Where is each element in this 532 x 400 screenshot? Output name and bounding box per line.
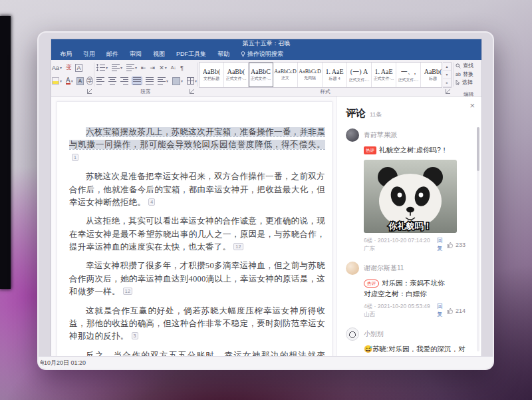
- doc-paragraph: 苏晓这次是准备把幸运女神召来，双方合作操作一番，之前双方合作后，他就准备今后的宝…: [69, 170, 325, 209]
- bullets-button[interactable]: ▾: [96, 64, 108, 71]
- comment-count-marker[interactable]: 12: [123, 288, 132, 295]
- font-color-button[interactable]: A▾: [65, 78, 74, 85]
- comment-count-marker[interactable]: 1: [72, 154, 78, 161]
- tab-help[interactable]: 帮助: [217, 50, 229, 59]
- comment-meta: 4楼 · 2021-10-20 05:53:49 山西 回复 214: [364, 303, 472, 319]
- comments-scrollbar[interactable]: [477, 127, 479, 351]
- statusbar-datetime: 10月20日 01:20: [44, 359, 86, 367]
- style-card[interactable]: AaBb(正式文件-...: [224, 63, 249, 87]
- status-bar: 年 10月20日 01:20: [39, 356, 493, 369]
- align-right-button[interactable]: [120, 77, 129, 85]
- style-card[interactable]: 1. AaE正式文件-...: [372, 63, 396, 87]
- tell-me-search[interactable]: 操作说明搜索: [241, 50, 283, 59]
- change-case-button[interactable]: Aa▾: [51, 65, 63, 71]
- align-left-icon: [96, 77, 104, 85]
- styles-dialog-launcher[interactable]: [446, 89, 450, 94]
- avatar[interactable]: [346, 128, 359, 142]
- document-page[interactable]: 六枚宝箱摆放茶几上，苏晓这次开宝箱，准备操作一番，并非是与凯撒一同操作，那可能会…: [57, 101, 332, 357]
- tab-view[interactable]: 视图: [153, 50, 165, 59]
- tab-layout[interactable]: 布局: [60, 50, 72, 59]
- increase-indent-button[interactable]: ⇥: [150, 65, 156, 71]
- line-spacing-button[interactable]: ▾: [157, 77, 169, 85]
- gallery-down-button[interactable]: ▼: [443, 71, 451, 79]
- gallery-up-button[interactable]: ▲: [443, 63, 451, 71]
- style-card[interactable]: AaBb(标题: [421, 63, 442, 87]
- character-shading-button[interactable]: A: [76, 77, 84, 85]
- editing-group: 查找 ab 替换 选择 编辑: [456, 60, 481, 98]
- style-card[interactable]: (一) A正式文件-...: [347, 63, 372, 87]
- chevron-down-icon: ▾: [60, 65, 62, 70]
- doc-paragraph: 这就是合作互赢的好处，倘若苏晓大幅度压榨幸运女神所得收益，那他的收益的确高，但这…: [69, 305, 325, 343]
- gallery-more-button[interactable]: ≡: [443, 79, 451, 87]
- like-button[interactable]: 214: [447, 307, 472, 314]
- paragraph-text-highlighted[interactable]: 六枚宝箱摆放茶几上，苏晓这次开宝箱，准备操作一番，并非是与凯撒一同操作，那可能会…: [69, 127, 325, 149]
- doc-paragraph: 六枚宝箱摆放茶几上，苏晓这次开宝箱，准备操作一番，并非是与凯撒一同操作，那可能会…: [69, 126, 325, 164]
- style-card[interactable]: AaBbCcD正文: [273, 63, 298, 87]
- align-center-button[interactable]: [108, 77, 117, 85]
- phonetic-guide-button[interactable]: 变: [65, 63, 72, 72]
- style-card[interactable]: 1. AaE标题 4: [323, 63, 347, 87]
- text-highlight-button[interactable]: ▾: [51, 77, 63, 85]
- paragraph-dialog-launcher[interactable]: [190, 89, 194, 94]
- style-card-selected[interactable]: AaBbC正式文件-...: [249, 63, 273, 87]
- thumb-up-icon: [447, 307, 454, 314]
- scrollbar-thumb[interactable]: [477, 127, 479, 171]
- window-titlebar: 第五十五章：召唤: [51, 39, 481, 48]
- tab-references[interactable]: 引用: [83, 50, 95, 59]
- borders-icon: [187, 77, 194, 85]
- enclose-characters-button[interactable]: 字: [86, 77, 93, 85]
- comment-text: 对虚空之树：白嫖你: [364, 289, 472, 300]
- avatar[interactable]: [346, 262, 359, 275]
- close-icon[interactable]: ×: [469, 101, 475, 110]
- styles-gallery-scroll: ▲ ▼ ≡: [443, 62, 452, 88]
- ribbon-tab-strip: 布局 引用 邮件 审阅 视图 PDF工具集 帮助 操作说明搜索: [51, 48, 481, 60]
- replace-icon: ab: [456, 72, 461, 77]
- thumb-up-icon: [447, 242, 454, 248]
- comment-count-marker[interactable]: 4: [148, 198, 155, 206]
- show-hide-marks-button[interactable]: ¶: [180, 65, 184, 71]
- comment-image-panda[interactable]: 你礼貌吗！: [364, 160, 457, 233]
- comment-item: 谢谢尔斯基11 热评对乐园：亲妈不坑你 对虚空之树：白嫖你 4楼 · 2021-…: [346, 262, 472, 319]
- comment-count-marker[interactable]: 12: [233, 243, 243, 250]
- like-button[interactable]: 233: [447, 242, 472, 248]
- document-workspace: 六枚宝箱摆放茶几上，苏晓这次开宝箱，准备操作一番，并非是与凯撒一同操作，那可能会…: [51, 97, 481, 357]
- reply-link[interactable]: 回复: [437, 237, 447, 253]
- find-button[interactable]: 查找: [456, 62, 481, 69]
- comments-title: 评论: [346, 107, 366, 120]
- like-count: 214: [456, 307, 466, 314]
- align-left-button[interactable]: [96, 77, 105, 85]
- distributed-button[interactable]: [145, 77, 154, 85]
- comment-count-marker[interactable]: 3: [132, 332, 138, 339]
- style-card[interactable]: 一、,正式文件-...: [396, 63, 421, 87]
- tab-review[interactable]: 审阅: [130, 50, 142, 59]
- font-dialog-launcher[interactable]: [87, 89, 92, 94]
- background-dark-strip: [0, 16, 11, 289]
- select-button[interactable]: 选择: [456, 79, 481, 86]
- document-area: 六枚宝箱摆放茶几上，苏晓这次开宝箱，准备操作一番，并非是与凯撒一同操作，那可能会…: [51, 97, 336, 357]
- doc-paragraph: 从这拒绝，其实可以看出幸运女神的合作诚意，更准确的说，现在幸运女神是最不希望苏晓…: [69, 215, 325, 254]
- multilevel-list-button[interactable]: ▾: [126, 64, 138, 71]
- bullets-icon: [96, 64, 105, 71]
- justify-button[interactable]: [132, 77, 142, 85]
- tab-pdf-tools[interactable]: PDF工具集: [176, 50, 206, 59]
- replace-button[interactable]: ab 替换: [456, 71, 481, 78]
- borders-button[interactable]: ▾: [186, 77, 198, 85]
- comment-item: 小别别 😅苏晓:对乐园，我爱的深沉，对树， 🤛老子管你多少负信誉度 11楼 · …: [346, 327, 472, 357]
- font-group: Aa▾ 变 A ▾ A▾ A 字: [51, 60, 93, 96]
- reply-link[interactable]: 回复: [437, 303, 447, 319]
- decrease-indent-button[interactable]: ⇤: [140, 65, 147, 71]
- numbering-button[interactable]: ▾: [111, 64, 123, 71]
- comment-username[interactable]: 小别别: [364, 329, 384, 339]
- character-border-button[interactable]: A: [75, 64, 82, 72]
- avatar[interactable]: [346, 327, 359, 341]
- comment-username[interactable]: 谢谢尔斯基11: [364, 264, 404, 273]
- image-caption: 你礼貌吗！: [388, 221, 432, 231]
- tab-mailings[interactable]: 邮件: [106, 50, 118, 59]
- shading-button[interactable]: ▾: [172, 77, 184, 85]
- style-card[interactable]: AaBbCcD无间隔: [298, 63, 323, 87]
- comment-username[interactable]: 青莳苹果派: [364, 130, 397, 140]
- comment-floor-time: 4楼 · 2021-10-20 05:53:49 山西: [364, 303, 434, 319]
- style-card[interactable]: AaBb(文档标题: [200, 63, 224, 87]
- sort-button[interactable]: A↓: [170, 65, 177, 70]
- asian-layout-button[interactable]: ✕▾: [158, 65, 168, 71]
